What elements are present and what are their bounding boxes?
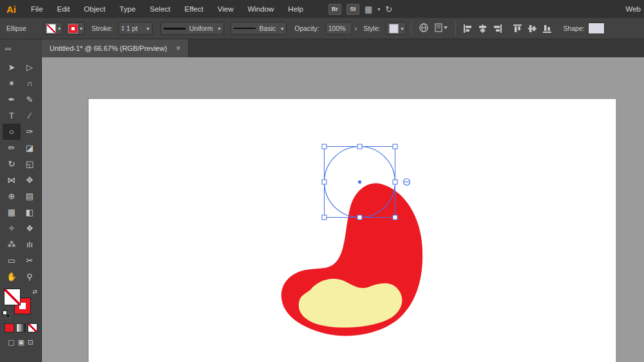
opacity-expand-icon[interactable]: ›: [355, 25, 357, 32]
hand-tool[interactable]: ✋: [3, 269, 21, 285]
curvature-tool[interactable]: ✎: [21, 91, 39, 108]
width-profile-value: Uniform: [189, 24, 213, 32]
selection-handle[interactable]: [357, 144, 362, 149]
stroke-color-swatch: [68, 24, 78, 33]
none-button[interactable]: [28, 323, 37, 332]
gradient-button[interactable]: [16, 323, 26, 332]
blend-tool[interactable]: ❖: [21, 220, 39, 236]
align-center-horizontal-button[interactable]: [478, 24, 488, 33]
direct-selection-tool[interactable]: ▷: [21, 59, 39, 75]
artboard-tool[interactable]: ▭: [3, 252, 21, 269]
pen-tool[interactable]: ✒: [3, 91, 21, 108]
chevron-down-icon: ▾: [147, 26, 149, 32]
document-tab[interactable]: Untitled-1* @ 66.67% (RGB/Preview) ×: [42, 39, 189, 57]
stroke-color-dropdown[interactable]: ▾: [66, 22, 85, 35]
width-profile-dropdown[interactable]: Uniform ▾: [160, 22, 224, 35]
align-right-button[interactable]: [493, 24, 502, 33]
stroke-weight-field[interactable]: ▴ ▾ 1 pt ▾: [118, 22, 153, 35]
touch-workspace-icon[interactable]: ↻: [385, 5, 392, 14]
opacity-field[interactable]: 100%: [325, 22, 352, 35]
perspective-grid-tool[interactable]: ▤: [21, 188, 39, 204]
default-fill: [3, 310, 7, 315]
align-top-button[interactable]: [513, 24, 522, 33]
chevron-down-icon: ▾: [80, 26, 82, 32]
chevron-down-icon[interactable]: ▾: [377, 6, 380, 12]
free-transform-tool[interactable]: ✥: [21, 172, 39, 188]
rotate-tool[interactable]: ↻: [3, 156, 21, 172]
align-bottom-button[interactable]: [542, 24, 552, 33]
eyedropper-tool[interactable]: ✧: [3, 220, 21, 236]
draw-mode-buttons: ▢▣⊡: [0, 338, 41, 347]
width-tool[interactable]: ⋈: [3, 172, 21, 188]
style-dropdown[interactable]: ▾: [386, 22, 406, 35]
selection-handle[interactable]: [322, 144, 327, 149]
color-mode-buttons: [0, 323, 41, 332]
paintbrush-tool[interactable]: ✑: [21, 124, 39, 140]
shape-label: Shape:: [563, 24, 584, 32]
selection-handle[interactable]: [393, 180, 397, 184]
separator: [411, 21, 412, 36]
menu-help[interactable]: Help: [281, 0, 310, 18]
color-button[interactable]: [5, 323, 14, 332]
lasso-tool[interactable]: ∩: [21, 75, 39, 91]
stepper-down-icon[interactable]: ▾: [122, 28, 124, 32]
stroke-stepper[interactable]: ▴ ▾: [122, 25, 124, 32]
ellipse-tool[interactable]: ○: [3, 124, 21, 140]
arrange-documents-icon[interactable]: ▦: [365, 5, 372, 14]
chevron-down-icon: ▾: [218, 26, 221, 32]
gradient-tool[interactable]: ◧: [21, 204, 39, 220]
selection-handle[interactable]: [322, 215, 327, 220]
selection-handle[interactable]: [393, 144, 397, 149]
canvas-svg: [42, 57, 644, 362]
scale-tool[interactable]: ◱: [21, 156, 39, 172]
style-label: Style:: [363, 24, 380, 32]
selection-handle[interactable]: [322, 180, 327, 184]
menu-type[interactable]: Type: [113, 0, 143, 18]
align-left-button[interactable]: [463, 24, 473, 33]
bridge-icon[interactable]: Br: [328, 4, 341, 15]
shape-builder-tool[interactable]: ⊕: [3, 188, 21, 204]
toolbar-collapse-button[interactable]: ««: [0, 39, 42, 57]
menu-edit[interactable]: Edit: [50, 0, 77, 18]
close-icon[interactable]: ×: [176, 44, 180, 53]
draw-inside-mode[interactable]: ⊡: [28, 338, 33, 347]
selection-handle[interactable]: [357, 215, 362, 220]
menu-object[interactable]: Object: [77, 0, 112, 18]
globe-icon[interactable]: [419, 23, 429, 34]
tools-panel: ➤▷✶∩✒✎T∕○✑✏◪↻◱⋈✥⊕▤▦◧✧❖⁂ılı▭✂✋⚲ ⇄ ▢▣⊡: [0, 57, 42, 362]
symbol-sprayer-tool[interactable]: ⁂: [3, 236, 21, 252]
mesh-tool[interactable]: ▦: [3, 204, 21, 220]
draw-normal-mode[interactable]: ▢: [8, 338, 14, 347]
draw-behind-mode[interactable]: ▣: [17, 338, 24, 347]
chevron-down-icon: ▾: [58, 26, 61, 32]
line-segment-tool[interactable]: ∕: [21, 108, 39, 124]
menu-view[interactable]: View: [211, 0, 241, 18]
zoom-tool[interactable]: ⚲: [21, 269, 39, 285]
eraser-tool[interactable]: ◪: [21, 140, 39, 156]
pencil-tool[interactable]: ✏: [3, 140, 21, 156]
menu-file[interactable]: File: [24, 0, 50, 18]
canvas-area[interactable]: [42, 57, 644, 362]
menu-select[interactable]: Select: [143, 0, 178, 18]
magic-wand-tool[interactable]: ✶: [3, 75, 21, 91]
brush-value: Basic: [260, 24, 276, 32]
slice-tool[interactable]: ✂: [21, 252, 39, 269]
stock-icon[interactable]: St: [346, 4, 359, 15]
graph-tool[interactable]: ılı: [21, 236, 39, 252]
menu-effect[interactable]: Effect: [178, 0, 211, 18]
fill-swatch-none[interactable]: [4, 289, 21, 305]
shape-dropdown[interactable]: [588, 23, 605, 34]
menu-window[interactable]: Window: [240, 0, 281, 18]
document-setup-icon[interactable]: [434, 23, 448, 34]
swap-fill-stroke-icon[interactable]: ⇄: [32, 289, 37, 295]
fill-color-dropdown[interactable]: ▾: [44, 22, 63, 35]
brush-definition-dropdown[interactable]: Basic ▾: [231, 22, 287, 35]
chevron-down-icon: ▾: [281, 26, 283, 32]
default-fill-stroke-icon[interactable]: [3, 310, 10, 318]
align-center-vertical-button[interactable]: [527, 24, 537, 33]
selection-handle[interactable]: [393, 215, 397, 220]
live-shape-widget[interactable]: [404, 179, 410, 186]
workspace-switcher[interactable]: Web: [626, 0, 643, 18]
selection-tool[interactable]: ➤: [3, 59, 21, 75]
type-tool[interactable]: T: [3, 108, 21, 124]
